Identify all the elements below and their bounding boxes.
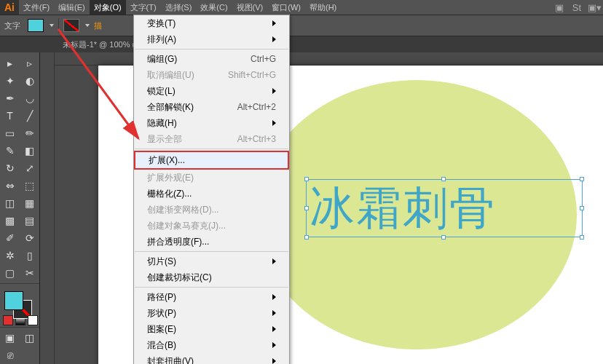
object-menu-dropdown: 变换(T)排列(A)编组(G)Ctrl+G取消编组(U)Shift+Ctrl+G… bbox=[133, 15, 290, 364]
menu-view[interactable]: 视图(V) bbox=[232, 0, 268, 15]
curvature-tool-icon[interactable]: ◡ bbox=[20, 90, 39, 107]
menu-item[interactable]: 路径(P) bbox=[134, 289, 289, 305]
menu-item[interactable]: 形状(P) bbox=[134, 305, 289, 321]
menu-item[interactable]: 切片(S) bbox=[134, 253, 289, 269]
free-transform-tool-icon[interactable]: ⬚ bbox=[20, 177, 39, 194]
menu-item[interactable]: 隐藏(H) bbox=[134, 115, 289, 131]
line-tool-icon[interactable]: ╱ bbox=[20, 107, 39, 124]
workspace-icon[interactable]: ▣▾ bbox=[586, 0, 603, 16]
separator bbox=[0, 327, 39, 328]
menu-file[interactable]: 文件(F) bbox=[19, 0, 54, 15]
menu-object[interactable]: 对象(O) bbox=[90, 0, 126, 15]
submenu-arrow-icon bbox=[272, 294, 276, 300]
symbol-tool-icon[interactable]: ✲ bbox=[0, 247, 20, 264]
menu-item[interactable]: 排列(A) bbox=[134, 31, 289, 47]
menu-help[interactable]: 帮助(H) bbox=[305, 0, 341, 15]
submenu-arrow-icon bbox=[272, 36, 276, 42]
screen-mode-icon[interactable]: ▣ bbox=[0, 329, 20, 347]
toolbox: ▸▹ ✦◐ ✒◡ T╱ ▭✏ ✎◧ ↻⤢ ⇔⬚ ◫▦ ▩▤ ✐⟳ ✲▯ ▢✂ ▣… bbox=[0, 52, 40, 364]
menu-item: 创建对象马赛克(J)... bbox=[134, 218, 289, 234]
magic-wand-tool-icon[interactable]: ✦ bbox=[0, 72, 20, 90]
menu-window[interactable]: 窗口(W) bbox=[267, 0, 305, 15]
type-tool-icon[interactable]: T bbox=[0, 107, 20, 124]
chevron-down-icon[interactable] bbox=[85, 24, 90, 27]
menu-type[interactable]: 文字(T) bbox=[126, 0, 161, 15]
menu-item[interactable]: 拼合透明度(F)... bbox=[134, 234, 289, 250]
menu-item-label: 取消编组(U) bbox=[147, 69, 194, 82]
rectangle-tool-icon[interactable]: ▭ bbox=[0, 124, 20, 142]
menu-item-label: 路径(P) bbox=[147, 291, 176, 304]
menu-item-shortcut: Alt+Ctrl+2 bbox=[237, 102, 276, 112]
menu-item[interactable]: 创建裁切标记(C) bbox=[134, 269, 289, 285]
gradient-tool-icon[interactable]: ▤ bbox=[20, 212, 39, 229]
selection-handle[interactable] bbox=[580, 206, 584, 210]
stroke-label: 描 bbox=[94, 20, 102, 31]
shape-builder-tool-icon[interactable]: ◫ bbox=[0, 194, 20, 212]
menu-item-shortcut: Ctrl+G bbox=[251, 54, 276, 64]
menu-item[interactable]: 栅格化(Z)... bbox=[134, 186, 289, 202]
menu-separator bbox=[135, 149, 288, 149]
change-screen-icon[interactable]: ⎚ bbox=[0, 347, 20, 364]
width-tool-icon[interactable]: ⇔ bbox=[0, 177, 20, 194]
menu-separator bbox=[135, 251, 288, 252]
selection-handle[interactable] bbox=[304, 206, 309, 210]
app-logo-icon: Ai bbox=[0, 0, 19, 15]
lasso-tool-icon[interactable]: ◐ bbox=[20, 72, 39, 90]
fill-color-swatch[interactable] bbox=[28, 19, 44, 32]
menu-item[interactable]: 图案(E) bbox=[134, 321, 289, 337]
eyedropper-tool-icon[interactable]: ✐ bbox=[0, 229, 20, 247]
selection-handle[interactable] bbox=[304, 177, 309, 181]
control-toolbar: 文字 描 bbox=[0, 15, 603, 36]
menu-item-shortcut: Alt+Ctrl+3 bbox=[237, 134, 276, 144]
menu-item-label: 扩展(X)... bbox=[149, 154, 185, 167]
menu-item[interactable]: 封套扭曲(V) bbox=[134, 353, 289, 364]
rotate-tool-icon[interactable]: ↻ bbox=[0, 159, 20, 177]
submenu-arrow-icon bbox=[272, 88, 276, 94]
menu-effect[interactable]: 效果(C) bbox=[196, 0, 232, 15]
none-mode-icon[interactable] bbox=[28, 315, 38, 325]
chevron-down-icon[interactable] bbox=[50, 24, 54, 27]
pencil-tool-icon[interactable]: ✎ bbox=[0, 142, 20, 159]
color-mode-icon[interactable] bbox=[3, 315, 13, 325]
menu-item[interactable]: 变换(T) bbox=[134, 15, 289, 31]
color-picker[interactable] bbox=[0, 288, 39, 312]
selection-handle[interactable] bbox=[304, 235, 309, 240]
selection-tool-icon[interactable]: ▸ bbox=[0, 55, 20, 72]
selection-handle[interactable] bbox=[580, 177, 584, 181]
menu-select[interactable]: 选择(S) bbox=[161, 0, 197, 15]
menu-item-shortcut: Shift+Ctrl+G bbox=[228, 70, 276, 80]
draw-mode-icon[interactable]: ◫ bbox=[20, 329, 39, 347]
blend-tool-icon[interactable]: ⟳ bbox=[20, 229, 39, 247]
menu-item-label: 创建对象马赛克(J)... bbox=[147, 220, 226, 232]
graph-tool-icon[interactable]: ▯ bbox=[20, 247, 39, 264]
fill-swatch-icon[interactable] bbox=[4, 291, 23, 310]
menu-item[interactable]: 锁定(L) bbox=[134, 83, 289, 99]
eraser-tool-icon[interactable]: ◧ bbox=[20, 142, 39, 159]
scale-tool-icon[interactable]: ⤢ bbox=[20, 159, 39, 177]
slice-tool-icon[interactable]: ✂ bbox=[20, 264, 39, 282]
stroke-none-icon[interactable] bbox=[63, 19, 79, 32]
layout-icon[interactable]: St bbox=[568, 0, 586, 16]
menu-item-label: 锁定(L) bbox=[147, 85, 176, 98]
artboard-tool-icon[interactable]: ▢ bbox=[0, 264, 20, 282]
menu-item-label: 拼合透明度(F)... bbox=[147, 236, 209, 248]
menu-item[interactable]: 混合(B) bbox=[134, 337, 289, 353]
pen-tool-icon[interactable]: ✒ bbox=[0, 90, 20, 107]
perspective-tool-icon[interactable]: ▦ bbox=[20, 194, 39, 212]
selection-handle[interactable] bbox=[441, 177, 446, 181]
selection-handle[interactable] bbox=[580, 235, 584, 240]
selection-handle[interactable] bbox=[441, 235, 446, 240]
submenu-arrow-icon bbox=[272, 326, 276, 332]
menu-item[interactable]: 编组(G)Ctrl+G bbox=[134, 51, 289, 67]
menu-item: 取消编组(U)Shift+Ctrl+G bbox=[134, 67, 289, 83]
help-icon[interactable]: ▣ bbox=[551, 0, 568, 16]
menu-item[interactable]: 全部解锁(K)Alt+Ctrl+2 bbox=[134, 99, 289, 115]
brush-tool-icon[interactable]: ✏ bbox=[20, 124, 39, 142]
direct-selection-tool-icon[interactable]: ▹ bbox=[20, 55, 39, 72]
text-object[interactable]: 冰霜刺骨 bbox=[306, 179, 583, 237]
menu-item[interactable]: 扩展(X)... bbox=[134, 151, 289, 170]
menu-separator bbox=[135, 287, 288, 288]
menu-separator bbox=[135, 49, 288, 50]
menu-edit[interactable]: 编辑(E) bbox=[54, 0, 90, 15]
mesh-tool-icon[interactable]: ▩ bbox=[0, 212, 20, 229]
